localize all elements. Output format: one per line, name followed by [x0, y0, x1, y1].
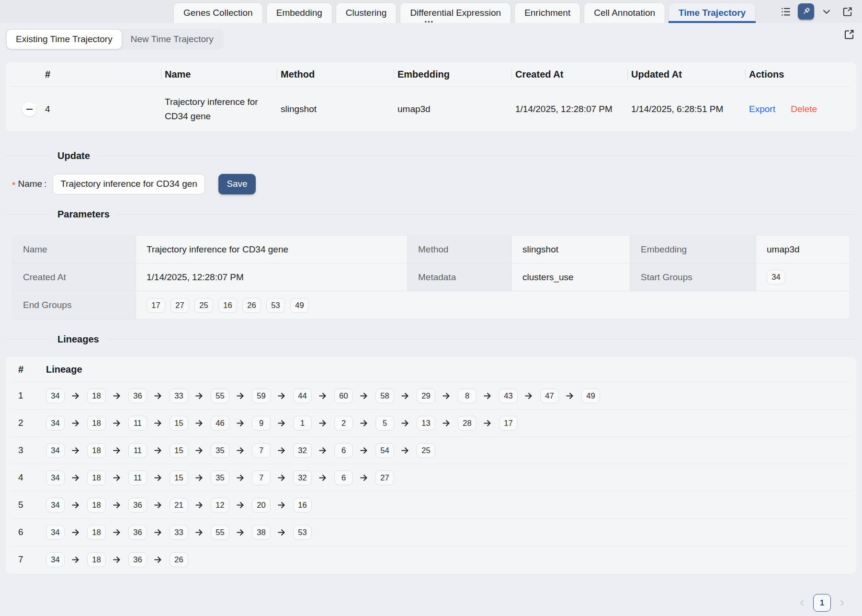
- param-method-label: Method: [408, 236, 512, 263]
- row-name: Trajectory inference for CD34 gene: [161, 95, 270, 123]
- lineage-step-tag: 55: [211, 525, 229, 540]
- chevron-right-icon[interactable]: [838, 599, 846, 607]
- row-updated-at: 1/14/2025, 6:28:51 PM: [627, 104, 745, 114]
- export-link[interactable]: Export: [749, 104, 775, 114]
- header-embedding: Embedding: [394, 62, 511, 86]
- lineage-step-tag: 60: [334, 388, 353, 403]
- arrow-right-icon: [195, 528, 204, 536]
- lineage-step-tag: 33: [170, 388, 188, 403]
- lineage-step-tag: 29: [417, 388, 435, 403]
- lineage-step-tag: 33: [170, 525, 188, 540]
- tab-cell-annotation[interactable]: Cell Annotation: [584, 2, 665, 23]
- lineage-step-tag: 32: [293, 470, 312, 485]
- end-group-tag: 49: [290, 298, 309, 313]
- chevron-down-icon[interactable]: [818, 3, 835, 20]
- list-icon[interactable]: [777, 3, 794, 20]
- collapse-row-button[interactable]: [22, 102, 36, 116]
- arrow-right-icon: [318, 419, 328, 427]
- tab-enrichment[interactable]: Enrichment: [514, 2, 580, 23]
- row-id: 4: [41, 104, 161, 114]
- arrow-right-icon: [277, 474, 286, 482]
- lineage-steps: 34183621122016: [46, 495, 851, 515]
- header-actions: Actions: [745, 62, 851, 86]
- header-method: Method: [277, 62, 394, 86]
- lineage-step-tag: 12: [211, 498, 229, 513]
- arrow-right-icon: [71, 528, 80, 536]
- lineage-row: 1341836335559446058298434749: [11, 382, 851, 409]
- lineage-step-tag: 18: [87, 552, 106, 567]
- lineage-index: 5: [18, 500, 46, 510]
- trajectory-table-header: # Name Method Embedding Created At Updat…: [11, 62, 851, 86]
- lineage-step-tag: 34: [46, 388, 65, 403]
- lineage-row: 534183621122016: [11, 491, 851, 518]
- lineage-step-tag: 15: [170, 470, 188, 485]
- trajectory-row: 4 Trajectory inference for CD34 gene sli…: [11, 86, 851, 131]
- arrow-right-icon: [277, 419, 286, 427]
- param-name-label: Name: [12, 236, 136, 263]
- lineage-index: 3: [18, 445, 46, 456]
- lineage-header-index: #: [18, 364, 46, 375]
- arrow-right-icon: [113, 528, 122, 536]
- lineages-table-header: # Lineage: [11, 357, 851, 382]
- arrow-right-icon: [277, 446, 286, 455]
- lineage-step-tag: 49: [581, 388, 600, 403]
- lineage-step-tag: 36: [128, 525, 147, 540]
- lineage-step-tag: 15: [170, 443, 188, 458]
- lineage-step-tag: 36: [128, 388, 147, 403]
- name-input[interactable]: [53, 174, 205, 194]
- page-number-button[interactable]: 1: [813, 594, 831, 612]
- subtab-new-time-trajectory[interactable]: New Time Trajectory: [122, 30, 223, 49]
- row-embedding: umap3d: [394, 104, 511, 114]
- analysis-tabs: Genes CollectionEmbeddingClusteringDiffe…: [173, 0, 756, 23]
- lineage-step-tag: 18: [87, 388, 106, 403]
- lineage-row: 734183626: [11, 546, 851, 573]
- divider-line: [6, 156, 50, 156]
- lineage-steps: 34183633553853: [46, 522, 851, 543]
- end-group-tag: 27: [170, 298, 189, 313]
- end-group-tag: 17: [147, 298, 165, 313]
- lineage-step-tag: 18: [87, 443, 106, 458]
- tab-embedding[interactable]: Embedding: [266, 2, 332, 23]
- arrow-right-icon: [277, 501, 286, 509]
- arrow-right-icon: [71, 392, 80, 400]
- param-embedding-label: Embedding: [630, 236, 756, 263]
- lineage-step-tag: 34: [46, 416, 65, 431]
- lineages-section-title: Lineages: [57, 334, 99, 345]
- param-created-at-value: 1/14/2025, 12:28:07 PM: [136, 263, 408, 291]
- arrow-right-icon: [154, 446, 163, 455]
- lineage-step-tag: 20: [252, 498, 271, 513]
- lineage-step-tag: 36: [128, 498, 147, 513]
- lineage-step-tag: 27: [375, 470, 394, 485]
- lineage-index: 1: [18, 390, 46, 401]
- lineage-steps: 34181115469125132817: [46, 413, 851, 433]
- lineage-step-tag: 35: [211, 443, 229, 458]
- lineage-index: 6: [18, 527, 46, 537]
- pin-icon[interactable]: [798, 3, 814, 20]
- arrow-right-icon: [360, 392, 369, 400]
- arrow-right-icon: [71, 556, 80, 564]
- tab-genes-collection[interactable]: Genes Collection: [173, 2, 263, 23]
- tab-clustering[interactable]: Clustering: [336, 2, 397, 23]
- subtab-existing-time-trajectory[interactable]: Existing Time Trajectory: [7, 30, 122, 49]
- lineage-step-tag: 18: [87, 525, 106, 540]
- arrow-right-icon: [113, 556, 122, 564]
- arrow-right-icon: [113, 501, 122, 509]
- lineage-step-tag: 59: [252, 388, 271, 403]
- arrow-right-icon: [566, 392, 575, 400]
- tab-differential-expression[interactable]: Differential Expression: [400, 2, 511, 23]
- arrow-right-icon: [154, 419, 163, 427]
- save-button[interactable]: Save: [218, 174, 255, 194]
- param-name-value: Trajectory inference for CD34 gene: [136, 236, 408, 263]
- tab-time-trajectory[interactable]: Time Trajectory: [669, 2, 756, 23]
- external-link-icon-secondary[interactable]: [843, 29, 855, 42]
- param-start-groups-label: Start Groups: [630, 263, 756, 291]
- arrow-right-icon: [195, 392, 204, 400]
- arrow-right-icon: [113, 474, 122, 482]
- arrow-right-icon: [154, 474, 163, 482]
- external-link-icon[interactable]: [839, 3, 855, 20]
- delete-link[interactable]: Delete: [791, 104, 817, 114]
- name-field-colon: :: [44, 179, 46, 189]
- arrow-right-icon: [113, 419, 122, 427]
- chevron-left-icon[interactable]: [798, 599, 806, 607]
- lineage-step-tag: 38: [252, 525, 271, 540]
